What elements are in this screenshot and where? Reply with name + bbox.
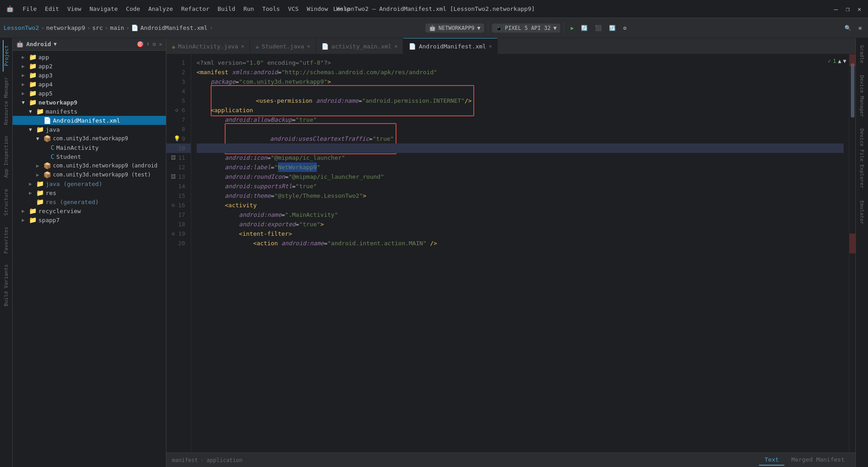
project-settings-icon[interactable]: ⚙ xyxy=(152,41,156,48)
code-editor[interactable]: 1 2 3 4 5 ◇6 7 8 💡9 10 🖼11 12 🖼13 14 15 … xyxy=(166,54,855,453)
tree-item-app[interactable]: ▶ 📁 app xyxy=(13,52,166,62)
emulator-label[interactable]: Emulator xyxy=(859,195,865,230)
refresh-button[interactable]: 🔄 xyxy=(578,23,590,33)
close-button[interactable]: ✕ xyxy=(855,5,863,13)
breadcrumb-bottom-manifest[interactable]: manifest xyxy=(172,457,198,463)
resource-manager-label[interactable]: Resource Manager xyxy=(3,71,9,130)
structure-label[interactable]: Structure xyxy=(3,183,9,221)
collapse-icon[interactable]: ⬆ xyxy=(146,41,150,48)
minimap-overlay xyxy=(849,54,855,453)
menu-code[interactable]: Code xyxy=(123,4,144,14)
tree-item-manifests[interactable]: ▼ 📁 manifests xyxy=(13,107,166,116)
run-button[interactable]: ▶ xyxy=(568,23,576,33)
breadcrumb-file[interactable]: AndroidManifest.xml xyxy=(140,24,208,31)
tree-item-package-android[interactable]: ▶ 📦 com.unity3d.networkapp9 (android xyxy=(13,161,166,170)
tree-item-androidmanifest[interactable]: 📄 AndroidManifest.xml xyxy=(13,116,166,125)
tab-androidmanifest[interactable]: 📄 AndroidManifest.xml ✕ xyxy=(403,38,498,54)
line-num-18: 18 xyxy=(166,219,191,229)
tree-item-networkapp9[interactable]: ▼ 📁 networkapp9 xyxy=(13,98,166,107)
tree-item-recyclerview[interactable]: ▶ 📁 recyclerview xyxy=(13,206,166,215)
chevron-down-icon: ▼ xyxy=(477,25,481,31)
menu-build[interactable]: Build xyxy=(214,4,239,14)
device-manager-label[interactable]: Device Manager xyxy=(859,70,865,123)
menu-file[interactable]: File xyxy=(19,4,40,14)
line-num-10: 10 xyxy=(166,143,191,153)
menu-vcs[interactable]: VCS xyxy=(284,4,302,14)
breadcrumb-module[interactable]: networkapp9 xyxy=(46,24,85,31)
editor-scrollbar[interactable] xyxy=(849,54,855,453)
project-more-icon[interactable]: × xyxy=(159,41,162,48)
favorites-label[interactable]: Favorites xyxy=(3,221,9,259)
menu-refactor[interactable]: Refactor xyxy=(178,4,213,14)
build-variants-label[interactable]: Build Variants xyxy=(3,259,9,312)
title-bar: 🤖 File Edit View Navigate Code Analyze R… xyxy=(0,0,868,18)
tree-item-app3[interactable]: ▶ 📁 app3 xyxy=(13,71,166,80)
settings-toolbar-btn[interactable]: ⚙ xyxy=(620,23,629,33)
sync-button[interactable]: 🔃 xyxy=(606,23,618,33)
tab-student[interactable]: ☕ Student.java ✕ xyxy=(250,38,316,54)
maximize-button[interactable]: ❐ xyxy=(844,5,852,13)
window-controls: — ❐ ✕ xyxy=(832,5,863,13)
menu-view[interactable]: View xyxy=(64,4,85,14)
menu-window[interactable]: Window xyxy=(303,4,332,14)
stop-button[interactable]: ⬛ xyxy=(592,23,604,33)
line-num-3: 3 xyxy=(166,77,191,86)
tree-item-java-generated[interactable]: ▶ 📁 java (generated) xyxy=(13,179,166,188)
search-toolbar-btn[interactable]: 🔍 xyxy=(842,23,854,33)
chevron-icon[interactable]: ▼ xyxy=(54,41,57,47)
breadcrumb-bottom-application[interactable]: application xyxy=(207,457,242,463)
line-num-1: 1 xyxy=(166,58,191,67)
project-title: 🤖 Android ▼ xyxy=(16,41,134,48)
breadcrumb-project[interactable]: LessonTwo2 xyxy=(4,24,39,31)
tree-item-app5[interactable]: ▶ 📁 app5 xyxy=(13,89,166,98)
code-line-19: <intent-filter> xyxy=(197,229,844,238)
tree-item-package-test[interactable]: ▶ 📦 com.unity3d.networkapp9 (test) xyxy=(13,170,166,179)
code-line-1: <?xml version="1.0" encoding="utf-8"?> xyxy=(197,58,844,67)
tree-item-app2[interactable]: ▶ 📁 app2 xyxy=(13,62,166,71)
tree-item-student[interactable]: C Student xyxy=(13,152,166,161)
menu-navigate[interactable]: Navigate xyxy=(86,4,122,14)
line-numbers: 1 2 3 4 5 ◇6 7 8 💡9 10 🖼11 12 🖼13 14 15 … xyxy=(166,54,191,453)
menu-edit[interactable]: Edit xyxy=(41,4,62,14)
locate-icon[interactable]: 🎯 xyxy=(137,41,144,48)
app-inspection-label[interactable]: App Inspection xyxy=(3,130,9,183)
tree-item-package[interactable]: ▼ 📦 com.unity3d.networkapp9 xyxy=(13,134,166,143)
run-config-dropdown[interactable]: 🤖 NETWORKAPP9 ▼ xyxy=(425,24,484,33)
minimize-button[interactable]: — xyxy=(832,5,840,13)
project-side-label[interactable]: Project xyxy=(3,40,9,71)
menu-area: 🤖 File Edit View Navigate Code Analyze R… xyxy=(5,4,354,14)
app-icon: 🤖 xyxy=(5,4,15,14)
tree-item-java[interactable]: ▼ 📁 java xyxy=(13,125,166,134)
device-label: PIXEL 5 API 32 xyxy=(505,25,551,31)
editor-area: ☕ MainActivity.java ✕ ☕ Student.java ✕ 📄… xyxy=(166,38,855,467)
code-content[interactable]: <?xml version="1.0" encoding="utf-8"?> <… xyxy=(191,54,849,453)
tab-activity-main[interactable]: 📄 activity_main.xml ✕ xyxy=(316,38,403,54)
device-file-explorer-label[interactable]: Device File Explorer xyxy=(859,123,865,194)
tree-item-res-generated[interactable]: 📁 res (generated) xyxy=(13,197,166,206)
breadcrumb-main[interactable]: main xyxy=(110,24,124,31)
menu-run[interactable]: Run xyxy=(240,4,257,14)
line-num-2: 2 xyxy=(166,67,191,77)
breadcrumb-src[interactable]: src xyxy=(92,24,103,31)
line-num-7: 7 xyxy=(166,115,191,124)
menu-analyze[interactable]: Analyze xyxy=(145,4,177,14)
more-toolbar-btn[interactable]: ≡ xyxy=(856,23,864,33)
toolbar-sep-2 xyxy=(564,23,564,33)
project-tree: ▶ 📁 app ▶ 📁 app2 ▶ 📁 app3 ▶ 📁 app4 xyxy=(13,51,166,467)
editor-footer: manifest › application Text Merged Manif… xyxy=(166,453,855,467)
sub-tab-text[interactable]: Text xyxy=(759,454,784,466)
sub-tab-merged[interactable]: Merged Manifest xyxy=(786,454,850,466)
run-config-label: NETWORKAPP9 xyxy=(439,25,474,31)
code-line-5: <uses-permission android:name="android.p… xyxy=(197,96,844,105)
tree-item-res[interactable]: ▶ 📁 res xyxy=(13,188,166,197)
code-line-13: android:roundIcon="@mipmap/ic_launcher_r… xyxy=(197,172,844,181)
tree-item-app4[interactable]: ▶ 📁 app4 xyxy=(13,80,166,89)
device-dropdown[interactable]: 📱 PIXEL 5 API 32 ▼ xyxy=(492,24,560,33)
menu-tools[interactable]: Tools xyxy=(259,4,283,14)
gradle-label[interactable]: Gradle xyxy=(859,40,865,69)
tree-item-mainactivity[interactable]: C MainActivity xyxy=(13,143,166,152)
line-num-14: 14 xyxy=(166,181,191,191)
tab-mainactivity[interactable]: ☕ MainActivity.java ✕ xyxy=(166,38,250,54)
tree-item-spapp7[interactable]: ▶ 📁 spapp7 xyxy=(13,215,166,224)
code-line-6: <application xyxy=(197,105,844,115)
